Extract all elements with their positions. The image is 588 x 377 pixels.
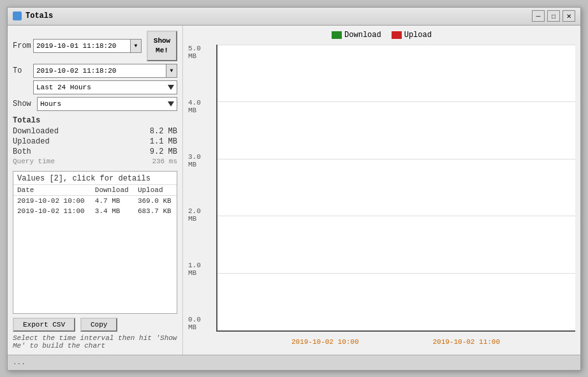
minimize-button[interactable]: ─ (532, 10, 545, 22)
table-row[interactable]: 2019-10-02 10:00 4.7 MB 369.0 KB (13, 195, 177, 206)
upload-legend-item: Upload (392, 31, 432, 40)
copy-button[interactable]: Copy (80, 318, 117, 332)
to-row: To ▼ (13, 64, 177, 78)
maximize-button[interactable]: □ (547, 10, 560, 22)
values-table: Date Download Upload 2019-10-02 10:00 4.… (13, 185, 177, 216)
cell-download: 3.4 MB (91, 206, 134, 216)
taskbar: ... (8, 355, 580, 370)
range-select[interactable]: Last 24 Hours (33, 80, 177, 94)
main-window: Totals ─ □ ✕ From ▼ ShowMe! To (7, 7, 581, 371)
upload-legend-label: Upload (404, 31, 432, 40)
to-input-group: ▼ (33, 64, 177, 78)
y-axis: 5.0 MB 4.0 MB 3.0 MB 2.0 MB 1.0 MB 0.0 M… (188, 45, 215, 332)
y-label-5: 5.0 MB (188, 45, 212, 60)
range-row: Last 24 Hours (13, 80, 177, 94)
download-legend-color (332, 31, 342, 39)
from-label: From (13, 41, 33, 50)
both-row: Both 9.2 MB (13, 147, 177, 157)
query-time-label: Query time (13, 158, 55, 165)
window-title: Totals (26, 11, 532, 20)
totals-title: Totals (13, 116, 177, 125)
x-label-1: 2019-10-02 10:00 (287, 338, 364, 346)
from-row: From ▼ ShowMe! (13, 31, 177, 61)
col-upload: Upload (134, 185, 177, 196)
upload-legend-color (392, 31, 402, 39)
cell-upload: 369.0 KB (134, 195, 177, 206)
downloaded-row: Downloaded 8.2 MB (13, 126, 177, 137)
x-axis-labels: 2019-10-02 10:00 2019-10-02 11:00 (216, 338, 575, 346)
show-select[interactable]: Hours (37, 97, 177, 111)
app-icon (13, 11, 22, 20)
from-input-group: ▼ (33, 39, 142, 53)
to-dropdown-btn[interactable]: ▼ (166, 64, 177, 78)
uploaded-label: Uploaded (13, 137, 50, 146)
export-csv-button[interactable]: Export CSV (13, 318, 75, 332)
bottom-buttons: Export CSV Copy (13, 318, 177, 332)
show-me-button[interactable]: ShowMe! (147, 31, 177, 61)
left-panel: From ▼ ShowMe! To ▼ Last 24 Hours (8, 26, 183, 355)
chart-legend: Download Upload (188, 31, 575, 40)
y-label-1: 1.0 MB (188, 262, 212, 277)
downloaded-value: 8.2 MB (150, 127, 177, 136)
col-download: Download (91, 185, 134, 196)
both-label: Both (13, 147, 31, 156)
y-label-2: 2.0 MB (188, 207, 212, 223)
totals-section: Totals Downloaded 8.2 MB Uploaded 1.1 MB… (13, 116, 177, 166)
col-date: Date (13, 185, 91, 196)
values-box: Values [2], click for details Date Downl… (13, 171, 177, 314)
show-row: Show Hours (13, 97, 177, 111)
cell-download: 4.7 MB (91, 195, 134, 206)
cell-date: 2019-10-02 10:00 (13, 195, 91, 206)
from-dropdown-btn[interactable]: ▼ (130, 39, 142, 53)
y-label-3: 3.0 MB (188, 153, 212, 168)
uploaded-value: 1.1 MB (150, 137, 177, 146)
uploaded-row: Uploaded 1.1 MB (13, 137, 177, 147)
to-label: To (13, 66, 33, 75)
query-time-value: 236 ms (152, 158, 177, 165)
y-label-0: 0.0 MB (188, 316, 212, 331)
table-header-row: Date Download Upload (13, 185, 177, 196)
bar-groups (217, 45, 575, 330)
download-legend-item: Download (332, 31, 381, 40)
from-input[interactable] (33, 39, 130, 53)
title-bar: Totals ─ □ ✕ (8, 8, 580, 26)
downloaded-label: Downloaded (13, 127, 59, 136)
download-legend-label: Download (344, 31, 381, 40)
both-value: 9.2 MB (150, 147, 177, 156)
right-panel: Download Upload 5.0 MB 4.0 MB 3.0 MB 2.0… (183, 26, 580, 355)
query-time-row: Query time 236 ms (13, 157, 177, 166)
show-label: Show (13, 100, 37, 108)
y-label-4: 4.0 MB (188, 99, 212, 114)
chart-drawing-area (216, 45, 575, 332)
x-label-2: 2019-10-02 11:00 (428, 338, 504, 346)
table-row[interactable]: 2019-10-02 11:00 3.4 MB 683.7 KB (13, 206, 177, 216)
close-button[interactable]: ✕ (562, 10, 575, 22)
status-bar: Select the time interval then hit 'Show … (13, 334, 177, 350)
chart-container: 5.0 MB 4.0 MB 3.0 MB 2.0 MB 1.0 MB 0.0 M… (216, 45, 575, 332)
taskbar-text: ... (13, 359, 26, 366)
to-input[interactable] (33, 64, 166, 78)
cell-date: 2019-10-02 11:00 (13, 206, 91, 216)
cell-upload: 683.7 KB (134, 206, 177, 216)
title-controls: ─ □ ✕ (532, 10, 575, 22)
content-area: From ▼ ShowMe! To ▼ Last 24 Hours (8, 26, 580, 355)
values-title: Values [2], click for details (13, 172, 177, 185)
